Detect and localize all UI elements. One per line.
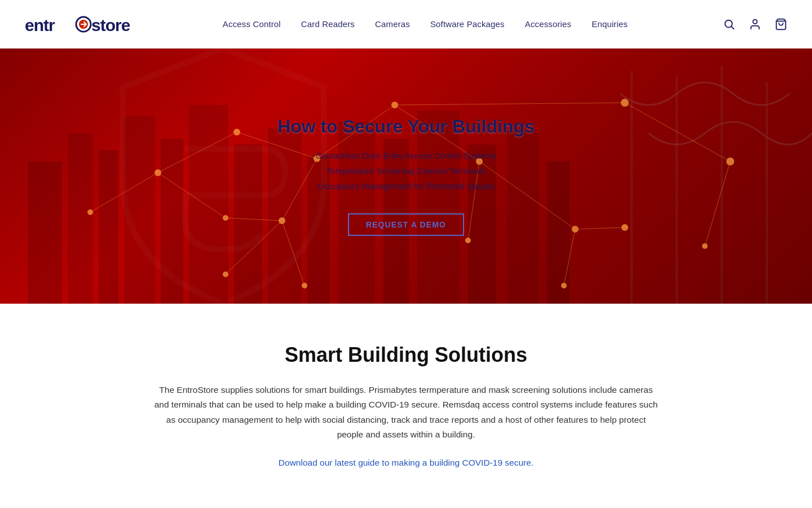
person-icon	[749, 18, 761, 30]
cart-button[interactable]	[773, 16, 789, 33]
nav-software-packages[interactable]: Software Packages	[430, 19, 505, 29]
nav-enquiries[interactable]: Enquiries	[592, 19, 628, 29]
svg-point-6	[753, 19, 757, 23]
hero-section: How to Secure Your Buildings Contactless…	[0, 49, 812, 304]
svg-point-54	[572, 226, 579, 233]
nav-card-readers[interactable]: Card Readers	[301, 19, 355, 29]
main-nav: Access Control Card Readers Cameras Soft…	[223, 19, 628, 29]
section-title: Smart Building Solutions	[118, 343, 694, 367]
logo-svg: entr store	[23, 10, 130, 39]
site-header: entr store Access Control Card Readers C…	[0, 0, 812, 49]
section-body-text: The EntroStore supplies solutions for sm…	[152, 383, 660, 442]
svg-point-57	[702, 243, 708, 249]
nav-accessories[interactable]: Accessories	[525, 19, 572, 29]
hero-subtitle-2: Temperature Screening Camera Terminals	[277, 166, 535, 176]
svg-point-56	[726, 157, 734, 165]
header-icons	[721, 16, 789, 33]
svg-line-38	[625, 103, 730, 161]
svg-point-55	[621, 224, 628, 231]
svg-point-58	[465, 238, 471, 243]
svg-text:entr: entr	[25, 16, 55, 34]
download-guide-link[interactable]: Download our latest guide to making a bu…	[279, 458, 533, 467]
hero-content: How to Secure Your Buildings Contactless…	[266, 116, 546, 236]
nav-cameras[interactable]: Cameras	[375, 19, 410, 29]
svg-line-5	[731, 27, 734, 29]
cart-icon	[775, 18, 787, 30]
hero-subtitle-3: Occupancy Management for Restricted Spac…	[277, 181, 535, 191]
svg-line-37	[575, 227, 625, 229]
nav-access-control[interactable]: Access Control	[223, 19, 281, 29]
search-button[interactable]	[721, 16, 738, 33]
logo[interactable]: entr store	[23, 10, 130, 39]
svg-line-39	[705, 161, 730, 246]
svg-line-42	[564, 229, 575, 286]
svg-point-48	[621, 99, 629, 107]
login-button[interactable]	[747, 16, 764, 33]
hero-subtitle-1: Contactless Door Entry Access Control Sy…	[277, 151, 535, 160]
main-section: Smart Building Solutions The EntroStore …	[96, 304, 716, 502]
request-demo-button[interactable]: REQUEST A DEMO	[348, 213, 464, 236]
hero-title: How to Secure Your Buildings	[277, 116, 535, 137]
svg-point-60	[561, 283, 567, 288]
svg-text:store: store	[91, 16, 130, 34]
search-icon	[723, 18, 735, 30]
